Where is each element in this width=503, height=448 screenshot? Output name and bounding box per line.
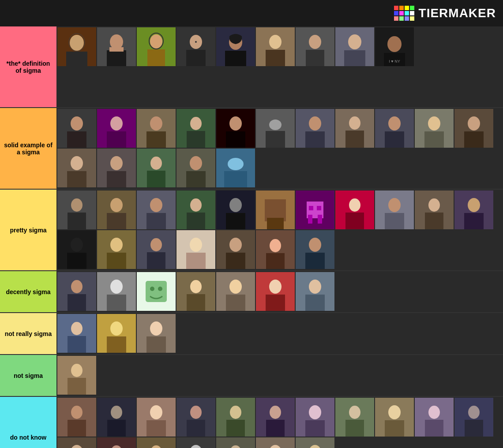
image-slot [97, 437, 136, 448]
image-slot [97, 149, 136, 187]
svg-rect-103 [318, 215, 322, 224]
svg-point-93 [229, 198, 242, 212]
image-slot [137, 230, 176, 269]
image-slot [137, 272, 176, 311]
image-slot [137, 398, 176, 437]
svg-rect-118 [67, 253, 86, 269]
svg-rect-109 [385, 213, 404, 229]
image-slot [216, 230, 255, 269]
tier-label-definition: *the* definition of sigma [0, 26, 56, 107]
svg-rect-55 [345, 131, 364, 148]
image-slot [335, 190, 374, 229]
tier-content-notsigma [56, 355, 503, 396]
svg-point-33 [71, 116, 83, 131]
svg-rect-24 [306, 50, 324, 66]
header-bar: TIERMAKER [0, 0, 503, 26]
tier-row-pretty: pretty sigma [0, 190, 503, 271]
image-slot [176, 190, 215, 229]
image-slot [176, 437, 215, 448]
image-slot [137, 149, 176, 187]
svg-rect-100 [309, 206, 313, 210]
svg-point-157 [309, 280, 321, 294]
svg-point-9 [150, 34, 162, 49]
svg-point-190 [309, 405, 321, 419]
tier-content-decently [56, 271, 503, 312]
tier-list: TIERMAKER *the* definition of sigma [0, 0, 503, 448]
svg-rect-10 [147, 49, 165, 66]
image-slot [57, 190, 96, 229]
svg-rect-167 [146, 336, 166, 353]
svg-point-39 [150, 116, 162, 131]
image-slot [415, 109, 454, 148]
svg-point-199 [428, 406, 440, 419]
svg-point-169 [71, 364, 83, 377]
svg-point-26 [348, 34, 361, 49]
image-slot [176, 398, 215, 437]
svg-rect-73 [147, 171, 165, 187]
svg-point-175 [111, 406, 122, 419]
svg-point-172 [71, 406, 83, 419]
svg-point-196 [388, 405, 401, 419]
image-slot [216, 272, 255, 311]
svg-rect-127 [186, 253, 206, 269]
image-slot [216, 398, 255, 437]
image-slot: I ♥ NY [375, 27, 414, 66]
tier-label-decently: decently sigma [0, 271, 56, 312]
svg-point-105 [349, 198, 360, 212]
svg-point-90 [190, 198, 202, 212]
svg-rect-21 [266, 50, 285, 66]
image-slot [137, 437, 176, 448]
image-slot [176, 109, 215, 148]
image-slot [176, 230, 215, 269]
svg-point-84 [110, 198, 123, 212]
svg-point-181 [190, 406, 202, 419]
image-slot [97, 190, 136, 229]
svg-rect-115 [464, 213, 484, 229]
svg-point-108 [388, 198, 401, 212]
svg-point-135 [309, 238, 321, 252]
image-slot [137, 190, 176, 229]
image-slot [57, 272, 96, 311]
svg-point-129 [229, 238, 242, 252]
tiermaker-logo: TIERMAKER [394, 6, 496, 21]
image-slot [454, 109, 493, 148]
svg-point-184 [230, 406, 241, 419]
svg-rect-124 [147, 252, 165, 269]
image-slot [296, 27, 334, 66]
tier-row-solid: solid example of a sigma [0, 108, 503, 190]
svg-point-117 [71, 238, 83, 252]
image-slot [256, 190, 295, 229]
svg-rect-46 [226, 131, 245, 148]
svg-rect-91 [187, 213, 205, 229]
image-slot [97, 314, 136, 353]
svg-point-154 [269, 280, 282, 294]
svg-point-81 [71, 198, 83, 212]
svg-rect-182 [187, 420, 205, 437]
image-slot [57, 230, 96, 269]
svg-point-193 [349, 406, 360, 419]
svg-point-141 [110, 280, 123, 294]
svg-point-66 [71, 156, 83, 170]
svg-rect-2 [66, 52, 87, 66]
image-slot [97, 27, 136, 66]
svg-point-5 [110, 34, 123, 49]
image-slot [296, 272, 334, 311]
svg-rect-64 [464, 131, 484, 148]
svg-rect-58 [385, 131, 404, 148]
svg-rect-191 [305, 420, 325, 437]
svg-rect-101 [317, 206, 321, 210]
svg-point-15 [195, 41, 197, 43]
image-slot [216, 190, 255, 229]
svg-point-132 [270, 239, 281, 252]
tier-row-donotknow: do not know [0, 397, 503, 448]
svg-rect-170 [68, 378, 86, 395]
svg-point-123 [150, 238, 162, 251]
image-slot [296, 109, 334, 148]
tier-row-notreally: not really sigma [0, 313, 503, 355]
svg-rect-67 [67, 171, 86, 187]
svg-rect-106 [345, 213, 364, 229]
svg-point-87 [150, 198, 162, 212]
image-slot [415, 398, 454, 437]
svg-rect-200 [425, 420, 443, 437]
svg-rect-188 [266, 420, 285, 437]
